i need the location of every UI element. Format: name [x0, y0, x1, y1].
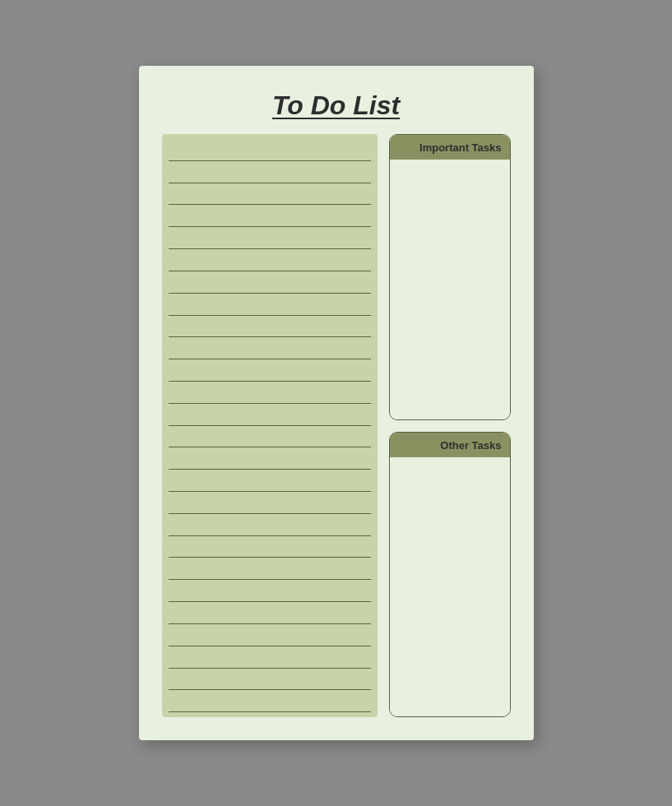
important-tasks-box: Important Tasks	[389, 134, 511, 420]
ruled-line	[169, 580, 371, 602]
ruled-line	[169, 161, 371, 183]
ruled-line	[169, 139, 371, 161]
ruled-line	[169, 227, 371, 249]
ruled-line	[169, 646, 371, 669]
ruled-line	[169, 447, 371, 470]
other-tasks-content	[390, 457, 510, 717]
ruled-line	[169, 558, 371, 580]
ruled-line	[169, 470, 371, 492]
other-tasks-box: Other Tasks	[389, 432, 511, 718]
important-tasks-header: Important Tasks	[390, 135, 510, 160]
page-header: To Do List	[162, 90, 511, 121]
other-tasks-title: Other Tasks	[440, 439, 501, 452]
ruled-line	[169, 669, 371, 691]
ruled-line	[169, 426, 371, 448]
ruled-line	[169, 294, 371, 316]
other-tasks-header: Other Tasks	[390, 433, 510, 457]
ruled-line	[169, 359, 371, 382]
ruled-line	[169, 249, 371, 271]
main-content: Important Tasks Other Tasks	[162, 134, 511, 717]
right-section: Important Tasks Other Tasks	[389, 134, 511, 717]
lined-area	[162, 134, 378, 717]
ruled-line	[169, 183, 371, 206]
ruled-line	[169, 602, 371, 624]
important-tasks-title: Important Tasks	[419, 141, 501, 154]
ruled-line	[169, 316, 371, 338]
ruled-line	[169, 205, 371, 227]
todo-page: To Do List Important Tasks Other Tasks	[139, 66, 534, 740]
ruled-line	[169, 271, 371, 294]
ruled-line	[169, 536, 371, 558]
ruled-line	[169, 690, 371, 712]
ruled-line	[169, 404, 371, 426]
lines-section	[162, 134, 378, 717]
important-tasks-content	[390, 160, 510, 419]
ruled-line	[169, 337, 371, 359]
ruled-line	[169, 382, 371, 404]
page-title: To Do List	[272, 90, 400, 120]
ruled-line	[169, 514, 371, 536]
ruled-line	[169, 624, 371, 646]
ruled-line	[169, 492, 371, 514]
